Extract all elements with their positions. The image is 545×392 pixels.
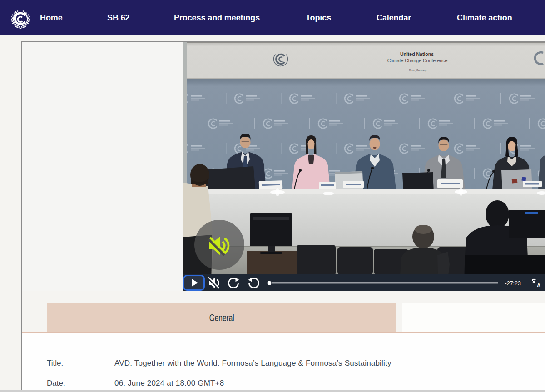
svg-text:Climate Change Conference: Climate Change Conference: [387, 58, 448, 63]
svg-text:-27:23: -27:23: [505, 280, 521, 287]
svg-text:United Nations: United Nations: [400, 51, 434, 57]
svg-text:Bonn, Germany: Bonn, Germany: [409, 69, 427, 72]
svg-text:A: A: [537, 283, 540, 288]
